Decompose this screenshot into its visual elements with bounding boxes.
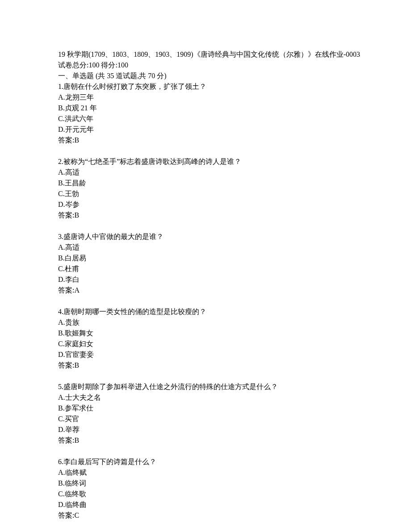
question-5: 5.盛唐时期除了参加科举进入仕途之外流行的特殊的仕途方式是什么？ A.士大夫之名…	[58, 381, 357, 446]
answer: 答案:B	[58, 210, 357, 221]
option-b: B.参军求仕	[58, 403, 357, 414]
exam-title: 19 秋学期(1709、1803、1809、1903、1909)《唐诗经典与中国…	[58, 49, 357, 60]
option-d: D.开元元年	[58, 124, 357, 135]
option-c: C.家庭妇女	[58, 339, 357, 349]
option-b: B.临终词	[58, 478, 357, 489]
question-1: 1.唐朝在什么时候打败了东突厥，扩张了领土？ A.龙朔三年 B.贞观 21 年 …	[58, 81, 357, 146]
question-4: 4.唐朝时期哪一类女性的俑的造型是比较瘦的？ A.贵族 B.歌姬舞女 C.家庭妇…	[58, 306, 357, 371]
option-a: A.高适	[58, 167, 357, 178]
answer: 答案:B	[58, 135, 357, 146]
question-6: 6.李白最后写下的诗篇是什么？ A.临终赋 B.临终词 C.临终歌 D.临终曲 …	[58, 457, 357, 521]
question-3: 3.盛唐诗人中官做的最大的是谁？ A.高适 B.白居易 C.杜甫 D.李白 答案…	[58, 231, 357, 296]
section-heading: 一、单选题 (共 35 道试题,共 70 分)	[58, 71, 357, 81]
option-b: B.白居易	[58, 253, 357, 264]
question-text: 5.盛唐时期除了参加科举进入仕途之外流行的特殊的仕途方式是什么？	[58, 381, 357, 392]
question-text: 4.唐朝时期哪一类女性的俑的造型是比较瘦的？	[58, 306, 357, 317]
question-text: 1.唐朝在什么时候打败了东突厥，扩张了领土？	[58, 81, 357, 92]
option-c: C.洪武六年	[58, 113, 357, 124]
option-b: B.歌姬舞女	[58, 328, 357, 339]
score-line: 试卷总分:100 得分:100	[58, 60, 357, 71]
question-text: 2.被称为“七绝圣手”标志着盛唐诗歌达到高峰的诗人是谁？	[58, 156, 357, 167]
question-text: 6.李白最后写下的诗篇是什么？	[58, 457, 357, 467]
option-d: D.临终曲	[58, 499, 357, 510]
option-a: A.龙朔三年	[58, 92, 357, 103]
option-a: A.士大夫之名	[58, 392, 357, 403]
answer: 答案:B	[58, 360, 357, 371]
option-a: A.贵族	[58, 317, 357, 328]
answer: 答案:A	[58, 285, 357, 296]
option-a: A.临终赋	[58, 467, 357, 478]
answer: 答案:C	[58, 510, 357, 521]
option-d: D.官宦妻妾	[58, 349, 357, 360]
option-c: C.王勃	[58, 189, 357, 199]
option-b: B.王昌龄	[58, 178, 357, 189]
option-d: D.举荐	[58, 424, 357, 435]
question-text: 3.盛唐诗人中官做的最大的是谁？	[58, 231, 357, 242]
option-d: D.李白	[58, 274, 357, 285]
option-c: C.买官	[58, 414, 357, 424]
answer: 答案:B	[58, 435, 357, 446]
question-2: 2.被称为“七绝圣手”标志着盛唐诗歌达到高峰的诗人是谁？ A.高适 B.王昌龄 …	[58, 156, 357, 221]
option-a: A.高适	[58, 242, 357, 253]
option-c: C.临终歌	[58, 489, 357, 499]
option-b: B.贞观 21 年	[58, 103, 357, 113]
option-c: C.杜甫	[58, 264, 357, 274]
option-d: D.岑参	[58, 199, 357, 210]
